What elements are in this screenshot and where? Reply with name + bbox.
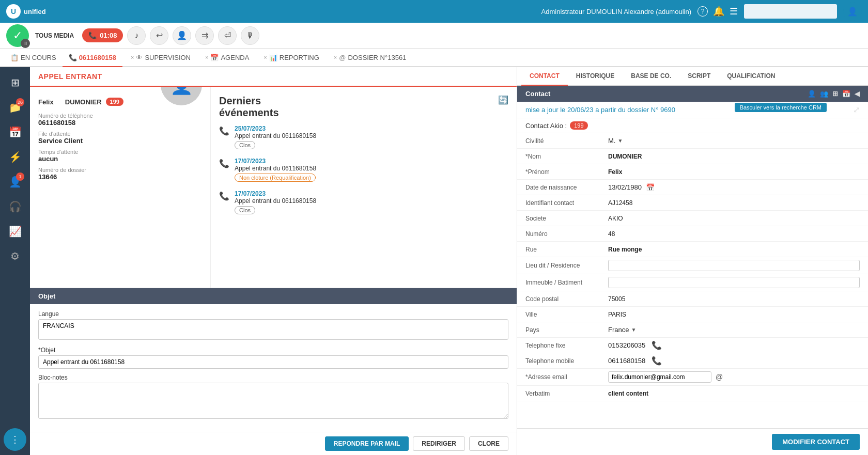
sidebar-badge-person: 1 <box>16 172 24 181</box>
tab-dossier[interactable]: × @ DOSSIER N°13561 <box>326 49 413 67</box>
event-phone-icon-2: 📞 <box>219 159 229 182</box>
crm-field-codepostal: Code postal 75005 <box>517 291 868 307</box>
lieu-value <box>608 260 860 271</box>
crm-form: Civilité M. ▼ *Nom DUMONIER *Prénom Feli… <box>517 133 868 401</box>
sidebar-item-dashboard[interactable]: ⊞ <box>4 71 26 94</box>
langue-label: Langue <box>38 310 508 318</box>
refresh-btn[interactable]: 🔄 <box>498 95 508 105</box>
tel-fixe-call-icon[interactable]: 📞 <box>652 340 662 350</box>
tel-fixe-text: 0153206035 <box>608 341 645 349</box>
crm-tab-historique[interactable]: HISTORIQUE <box>568 67 623 86</box>
wait-value: aucun <box>38 155 202 163</box>
tab-reporting-close[interactable]: × <box>264 54 267 60</box>
reply-mail-button[interactable]: REPONDRE PAR MAIL <box>325 436 409 451</box>
status-check[interactable]: ✓ ⏸ <box>6 24 29 47</box>
pays-dropdown-icon[interactable]: ▼ <box>631 327 636 333</box>
crm-tab-qualification[interactable]: QUALIFICATION <box>719 67 783 86</box>
sidebar-item-settings[interactable]: ⚙ <box>4 245 26 268</box>
dob-calendar-icon[interactable]: 📅 <box>646 183 655 192</box>
modify-contact-button[interactable]: MODIFIER CONTACT <box>772 434 860 450</box>
prenom-label: *Prénom <box>525 168 608 176</box>
return-icon-btn[interactable]: ⏎ <box>218 26 237 45</box>
tab-reporting-icon: 📊 <box>269 54 277 61</box>
close-button[interactable]: CLORE <box>469 436 508 451</box>
tab-bar: 📋 EN COURS 📞 0611680158 × 👁 SUPERVISION … <box>0 49 868 67</box>
person2-icon[interactable]: 👥 <box>820 90 828 98</box>
sidebar-bottom: ⋮ <box>4 428 26 451</box>
crm-tab-contact[interactable]: CONTACT <box>521 67 568 86</box>
codepostal-label: Code postal <box>525 295 608 303</box>
langue-input[interactable]: FRANCAIS <box>38 319 508 340</box>
calendar2-icon[interactable]: 📅 <box>842 90 850 98</box>
arrow-left-icon[interactable]: ◀ <box>855 90 860 98</box>
numero-label: Numéro <box>525 230 608 238</box>
top-bar-icons: ? 🔔 ☰ <box>698 6 738 17</box>
sidebar-dots-btn[interactable]: ⋮ <box>4 428 26 451</box>
event-item-1: 📞 25/07/2023 Appel entrant du 0611680158… <box>219 125 508 149</box>
at-icon: @ <box>716 373 723 381</box>
music-icon-btn[interactable]: ♪ <box>127 26 146 45</box>
crm-tab-base[interactable]: BASE DE CO. <box>623 67 679 86</box>
tel-mobile-call-icon[interactable]: 📞 <box>652 356 662 366</box>
sidebar-item-person[interactable]: 👤 1 <box>4 170 26 193</box>
event-desc-2: Appel entrant du 0611680158 <box>235 165 316 172</box>
tooltip-bubble: Basculer vers la recherche CRM <box>735 103 827 112</box>
crm-bottom-bar: MODIFIER CONTACT <box>517 428 868 455</box>
tab-reporting[interactable]: × 📊 REPORTING <box>255 49 326 67</box>
tab-agenda-close[interactable]: × <box>205 54 208 60</box>
langue-row: Langue FRANCAIS <box>38 310 508 341</box>
immeuble-input[interactable] <box>608 277 860 288</box>
crm-field-identifiant: Identifiant contact AJ12458 <box>517 195 868 211</box>
grid-icon[interactable]: ⊞ <box>832 90 838 98</box>
person-icon[interactable]: 👤 <box>808 90 816 98</box>
tab-dossier-close[interactable]: × <box>334 54 337 60</box>
immeuble-label: Immeuble / Batiment <box>525 279 608 286</box>
notes-textarea[interactable] <box>38 383 508 419</box>
tab-phone[interactable]: 📞 0611680158 <box>63 49 122 67</box>
tab-en-cours-label: EN COURS <box>21 54 56 61</box>
email-input[interactable] <box>608 371 711 383</box>
rue-value: Rue monge <box>608 246 860 253</box>
user-plus-icon-btn[interactable]: 👤 <box>173 26 191 45</box>
tab-supervision-close[interactable]: × <box>131 54 134 60</box>
nom-value: DUMONIER <box>608 153 860 160</box>
forward-icon-btn[interactable]: ⇉ <box>195 26 214 45</box>
ville-value: PARIS <box>608 311 860 318</box>
contact-akio-label: Contact Akio : <box>525 122 567 130</box>
crm-tab-script[interactable]: SCRIPT <box>679 67 719 86</box>
bell-icon[interactable]: 🔔 <box>713 6 724 17</box>
phone-value: 0611680158 <box>38 119 202 127</box>
civilite-text: M. <box>608 137 615 145</box>
event-tag-1: Clos <box>235 141 255 149</box>
queue-label: File d'attente <box>38 131 202 137</box>
sidebar-badge-folder: 26 <box>16 98 24 106</box>
transfer-icon-btn[interactable]: ↩ <box>150 26 168 45</box>
contact-panel: 👤 Felix DUMONIER 199 Numéro de téléphone… <box>30 87 211 288</box>
sidebar-item-folder[interactable]: 📁 26 <box>4 96 26 119</box>
tab-en-cours[interactable]: 📋 EN COURS <box>4 49 63 67</box>
sidebar-item-headset[interactable]: 🎧 <box>4 195 26 218</box>
call-button[interactable]: 📞 01:08 <box>82 28 123 42</box>
objet-label: *Objet <box>38 347 508 354</box>
check-green-btn[interactable]: ✓ ⏸ <box>6 24 29 47</box>
sidebar-item-chart[interactable]: 📈 <box>4 220 26 243</box>
lieu-input[interactable] <box>608 260 860 271</box>
tab-agenda[interactable]: × 📅 AGENDA <box>197 49 255 67</box>
expand-icon[interactable]: ⤢ <box>853 105 860 115</box>
event-phone-icon-3: 📞 <box>219 191 229 214</box>
civilite-dropdown-icon[interactable]: ▼ <box>617 138 623 144</box>
appel-section: APPEL ENTRANT 👤 Felix DUMONIER 199 Numér… <box>30 67 517 455</box>
sidebar-item-calendar[interactable]: 📅 <box>4 121 26 144</box>
objet-input[interactable] <box>38 355 508 369</box>
search-input[interactable] <box>744 4 837 19</box>
mic-icon-btn[interactable]: 🎙 <box>241 26 259 45</box>
tab-supervision[interactable]: × 👁 SUPERVISION <box>122 49 197 67</box>
tel-fixe-label: Telephone fixe <box>525 342 608 349</box>
phone-label: Numéro de téléphone <box>38 113 202 119</box>
sidebar-item-network[interactable]: ⚡ <box>4 146 26 168</box>
redirect-button[interactable]: REDIRIGER <box>413 436 465 451</box>
menu-icon[interactable]: ☰ <box>730 6 738 17</box>
user-avatar[interactable]: 👤 <box>843 2 862 21</box>
help-icon[interactable]: ? <box>698 6 708 17</box>
crm-panel: CONTACT HISTORIQUE BASE DE CO. SCRIPT QU… <box>517 67 868 455</box>
